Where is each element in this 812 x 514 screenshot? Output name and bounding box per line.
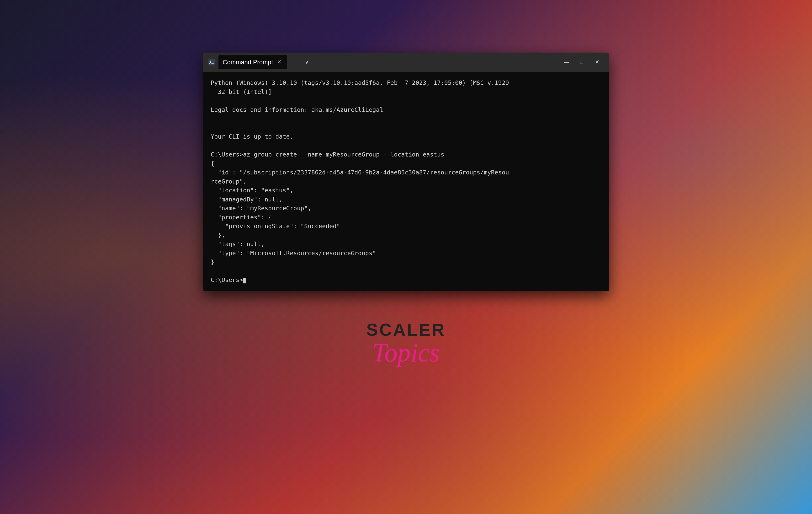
tab-label: Command Prompt: [223, 58, 273, 66]
svg-rect-0: [208, 59, 215, 65]
maximize-button[interactable]: □: [575, 55, 589, 69]
logo-area: SCALER Topics: [366, 320, 445, 366]
window-controls: — □ ✕: [559, 55, 604, 69]
add-tab-button[interactable]: +: [290, 57, 300, 67]
terminal-icon: [208, 58, 215, 66]
close-button[interactable]: ✕: [590, 55, 604, 69]
terminal-content[interactable]: Python (Windows) 3.10.10 (tags/v3.10.10:…: [203, 72, 609, 291]
tab-close-button[interactable]: ✕: [276, 58, 283, 66]
tab-command-prompt[interactable]: Command Prompt ✕: [219, 55, 287, 69]
tab-dropdown-button[interactable]: ∨: [302, 58, 311, 66]
title-bar: Command Prompt ✕ + ∨ — □ ✕: [203, 53, 609, 72]
minimize-button[interactable]: —: [559, 55, 574, 69]
logo-scaler-text: SCALER: [366, 320, 445, 340]
logo-topics-text: Topics: [372, 340, 440, 366]
cursor: [243, 278, 246, 283]
terminal-window: Command Prompt ✕ + ∨ — □ ✕ Python (Windo…: [203, 53, 609, 291]
terminal-output: Python (Windows) 3.10.10 (tags/v3.10.10:…: [211, 78, 602, 285]
